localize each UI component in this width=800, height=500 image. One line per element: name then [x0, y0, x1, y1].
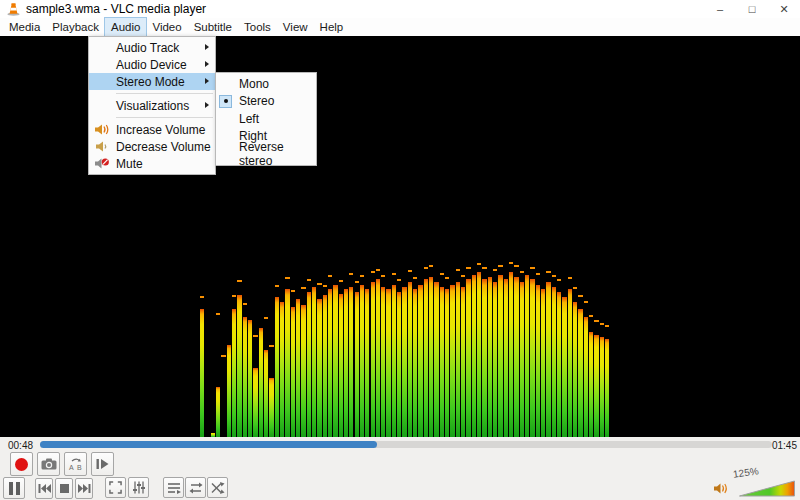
next-icon [78, 484, 91, 493]
stereo-mode-submenu: Mono Stereo Left Right Reverse stereo [215, 72, 317, 166]
vlc-window: sample3.wma - VLC media player – □ ✕ Med… [0, 0, 800, 500]
submenu-arrow-icon [205, 44, 209, 50]
menu-item-label: Increase Volume [116, 123, 205, 137]
menu-item-label: Stereo [239, 94, 274, 108]
equalizer-icon [132, 481, 146, 494]
menu-item-label: Mute [116, 157, 143, 171]
menu-item-stereo-mode[interactable]: Stereo Mode [89, 73, 215, 90]
previous-button[interactable] [35, 478, 53, 499]
radio-selected-icon [219, 95, 232, 108]
menu-subtitle[interactable]: Subtitle [188, 18, 238, 36]
shuffle-icon [211, 482, 225, 494]
record-icon [15, 458, 28, 471]
menu-item-label: Audio Device [116, 58, 187, 72]
pause-button[interactable] [3, 477, 25, 499]
stop-icon [60, 484, 69, 493]
record-button[interactable] [10, 452, 33, 476]
vlc-cone-icon [7, 3, 20, 16]
submenu-item-reverse-stereo[interactable]: Reverse stereo [216, 145, 316, 163]
menu-item-label: Left [239, 112, 259, 126]
menu-help[interactable]: Help [314, 18, 350, 36]
fullscreen-icon [109, 481, 122, 494]
menu-item-label: Decrease Volume [116, 140, 211, 154]
menu-tools[interactable]: Tools [238, 18, 277, 36]
camera-icon [41, 458, 57, 470]
loop-icon [189, 482, 203, 494]
frame-by-frame-button[interactable] [91, 452, 114, 476]
ab-loop-button[interactable]: A B [64, 452, 87, 476]
volume-level-label: 125% [732, 465, 759, 479]
menu-view[interactable]: View [277, 18, 314, 36]
menubar: Media Playback Audio Video Subtitle Tool… [0, 18, 800, 36]
menu-video[interactable]: Video [146, 18, 187, 36]
maximize-button[interactable]: □ [736, 0, 768, 18]
snapshot-button[interactable] [37, 452, 60, 476]
submenu-item-stereo[interactable]: Stereo [216, 93, 316, 111]
minimize-button[interactable]: – [704, 0, 736, 18]
spectrum-bar [605, 252, 610, 437]
mute-icon [94, 157, 110, 170]
seek-fill [40, 441, 377, 448]
seek-bar[interactable] [40, 441, 772, 448]
volume-slider[interactable] [739, 480, 795, 497]
submenu-arrow-icon [205, 102, 209, 108]
window-controls: – □ ✕ [704, 0, 800, 18]
menu-separator [116, 93, 213, 94]
total-time: 01:45 [772, 440, 797, 451]
menu-item-label: Visualizations [116, 99, 189, 113]
menu-playback[interactable]: Playback [46, 18, 105, 36]
previous-icon [38, 484, 51, 493]
playlist-button[interactable] [163, 477, 184, 498]
menu-item-label: Reverse stereo [239, 140, 316, 168]
menu-item-label: Stereo Mode [116, 75, 185, 89]
playlist-icon [167, 482, 181, 494]
volume-down-icon [94, 140, 110, 153]
equalizer-button[interactable] [128, 477, 149, 498]
menu-item-increase-volume[interactable]: Increase Volume [89, 121, 215, 138]
window-title: sample3.wma - VLC media player [26, 2, 206, 16]
menu-item-decrease-volume[interactable]: Decrease Volume [89, 138, 215, 155]
ab-loop-icon: A B [68, 457, 84, 471]
frame-step-icon [95, 458, 110, 470]
svg-text:B: B [77, 464, 82, 471]
volume-up-icon [94, 123, 110, 136]
loop-button[interactable] [185, 477, 206, 498]
submenu-item-mono[interactable]: Mono [216, 75, 316, 93]
titlebar: sample3.wma - VLC media player – □ ✕ [0, 0, 800, 18]
control-bar: 00:48 01:45 A B [0, 437, 800, 500]
volume-control: 125% [705, 468, 795, 498]
submenu-arrow-icon [205, 61, 209, 67]
menu-audio[interactable]: Audio [105, 18, 146, 36]
close-button[interactable]: ✕ [768, 0, 800, 18]
next-button[interactable] [75, 478, 93, 499]
menu-item-audio-device[interactable]: Audio Device [89, 56, 215, 73]
menu-item-audio-track[interactable]: Audio Track [89, 39, 215, 56]
menu-item-mute[interactable]: Mute [89, 155, 215, 172]
svg-text:A: A [69, 464, 74, 471]
volume-icon [713, 482, 729, 495]
submenu-item-left[interactable]: Left [216, 110, 316, 128]
menu-separator [116, 117, 213, 118]
menu-media[interactable]: Media [3, 18, 46, 36]
random-button[interactable] [207, 477, 228, 498]
elapsed-time: 00:48 [8, 440, 33, 451]
menu-item-visualizations[interactable]: Visualizations [89, 97, 215, 114]
spectrum [200, 252, 612, 437]
menu-item-label: Audio Track [116, 41, 179, 55]
stop-button[interactable] [55, 478, 73, 499]
fullscreen-button[interactable] [105, 477, 126, 498]
pause-icon [9, 482, 20, 495]
audio-menu: Audio Track Audio Device Stereo Mode Vis… [88, 36, 216, 175]
submenu-arrow-icon [205, 78, 209, 84]
menu-item-label: Mono [239, 77, 269, 91]
